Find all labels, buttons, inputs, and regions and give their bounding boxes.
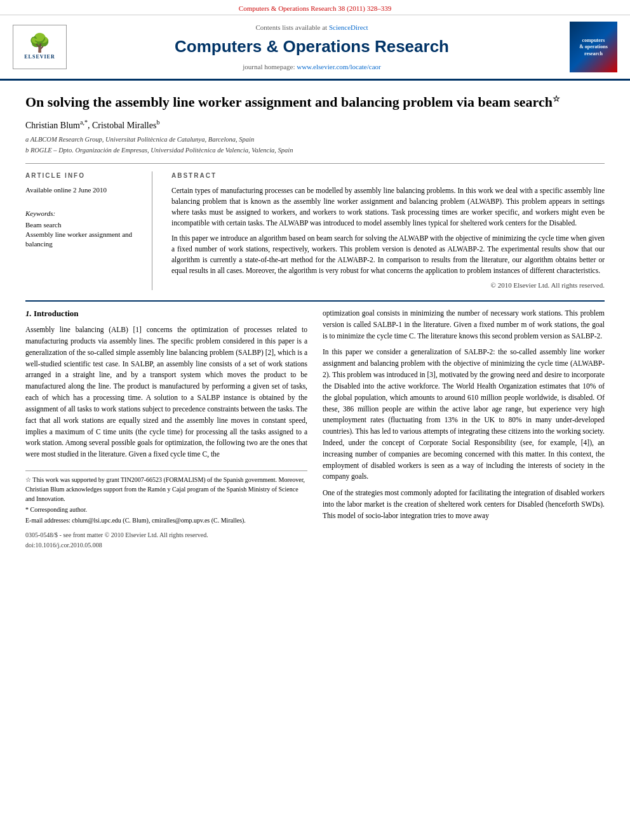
contents-available: Contents lists available at ScienceDirec… <box>67 23 557 32</box>
right-column: optimization goal consists in minimizing… <box>323 308 605 550</box>
abstract-text: Certain types of manufacturing processes… <box>171 185 605 277</box>
abstract-p1: Certain types of manufacturing processes… <box>171 185 605 229</box>
footnote-2: * Corresponding author. <box>25 505 307 514</box>
journal-citation: Computers & Operations Research 38 (2011… <box>239 4 391 12</box>
right-p3: One of the strategies most commonly adop… <box>323 488 605 521</box>
top-bar: Computers & Operations Research 38 (2011… <box>0 0 630 15</box>
doi-line: doi:10.1016/j.cor.2010.05.008 <box>25 540 307 550</box>
abstract-p2: In this paper we introduce an algorithm … <box>171 233 605 277</box>
journal-header: 🌳 ELSEVIER Contents lists available at S… <box>0 15 630 81</box>
article-meta: ARTICLE INFO Available online 2 June 201… <box>25 171 605 290</box>
copyright: © 2010 Elsevier Ltd. All rights reserved… <box>171 281 605 290</box>
elsevier-tree-icon: 🌳 <box>29 34 51 52</box>
divider <box>25 163 605 164</box>
affiliation-b: b ROGLE – Dpto. Organización de Empresas… <box>25 146 605 156</box>
right-p2: In this paper we consider a generalizati… <box>323 347 605 483</box>
page: Computers & Operations Research 38 (2011… <box>0 0 630 840</box>
authors: Christian Bluma,*, Cristobal Mirallesb <box>25 118 605 131</box>
keyword-1: Beam search <box>25 220 139 230</box>
right-p1: optimization goal consists in minimizing… <box>323 308 605 342</box>
body-text-left: Assembly line balancing (ALB) [1] concer… <box>25 324 307 460</box>
article-content: On solving the assembly line worker assi… <box>0 81 630 563</box>
footnotes: ☆ This work was supported by grant TIN20… <box>25 470 307 525</box>
keywords-label: Keywords: <box>25 209 139 218</box>
article-title: On solving the assembly line worker assi… <box>25 93 605 112</box>
left-p1: Assembly line balancing (ALB) [1] concer… <box>25 324 307 460</box>
keyword-2: Assembly line worker assignment and <box>25 230 139 239</box>
body-text-right: optimization goal consists in minimizing… <box>323 308 605 522</box>
issn-line: 0305-0548/$ - see front matter © 2010 El… <box>25 530 307 540</box>
abstract-section: ABSTRACT Certain types of manufacturing … <box>171 171 605 290</box>
journal-title-area: Contents lists available at ScienceDirec… <box>67 23 557 72</box>
sciencedirect-link[interactable]: ScienceDirect <box>329 23 368 31</box>
elsevier-brand: ELSEVIER <box>24 53 55 60</box>
article-info-label: ARTICLE INFO <box>25 171 139 180</box>
affiliation-a: a ALBCOM Research Group, Universitat Pol… <box>25 135 605 145</box>
body-columns: 1. Introduction Assembly line balancing … <box>25 308 605 550</box>
homepage-line: journal homepage: www.elsevier.com/locat… <box>67 62 557 72</box>
article-info-panel: ARTICLE INFO Available online 2 June 201… <box>25 171 152 290</box>
page-footer: 0305-0548/$ - see front matter © 2010 El… <box>25 530 307 550</box>
bottom-divider <box>25 300 605 302</box>
footnote-1: ☆ This work was supported by grant TIN20… <box>25 475 307 503</box>
homepage-link[interactable]: www.elsevier.com/locate/caor <box>297 63 380 70</box>
journal-thumbnail: computers& operationsresearch <box>570 22 617 72</box>
footnote-3: E-mail addresses: cblum@lsi.upc.edu (C. … <box>25 516 307 525</box>
available-online: Available online 2 June 2010 <box>25 185 139 195</box>
left-column: 1. Introduction Assembly line balancing … <box>25 308 307 550</box>
section-title: 1. Introduction <box>25 308 307 319</box>
elsevier-logo: 🌳 ELSEVIER <box>13 25 67 69</box>
journal-main-title: Computers & Operations Research <box>67 35 557 58</box>
keyword-3: balancing <box>25 239 139 249</box>
abstract-label: ABSTRACT <box>171 171 605 180</box>
